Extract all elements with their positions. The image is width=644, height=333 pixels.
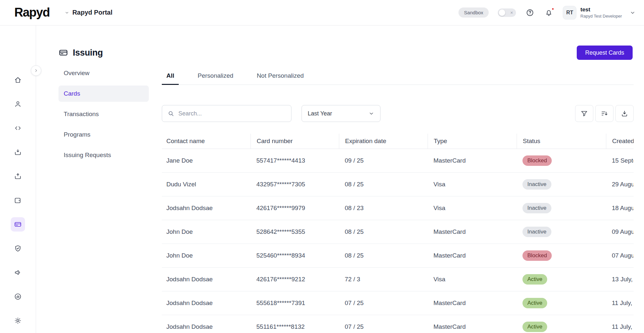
app-shell: Issuing Request Cards OverviewCardsTrans… (0, 25, 644, 333)
cell-expiration-date: 07 / 25 (339, 291, 428, 315)
sidebar-item-clients[interactable] (11, 97, 25, 111)
column-header: Type (428, 134, 517, 149)
sidebar-item-disburse[interactable] (11, 169, 25, 183)
table-row[interactable]: John Doe528642******535508 / 25MasterCar… (162, 220, 634, 244)
table-row[interactable]: Dudu Vizel432957******730508 / 25VisaIna… (162, 173, 634, 196)
status-badge: Active (522, 298, 547, 308)
header-actions: Sandbox ✕ RT test Rapyd Test Developer (458, 6, 636, 20)
sidebar-item-wallet[interactable] (11, 193, 25, 207)
cell-created: 15 Septe (606, 149, 634, 172)
download-button[interactable] (615, 105, 634, 122)
notifications-button[interactable] (544, 8, 554, 18)
download-icon (621, 110, 628, 117)
rapyd-logo: Rapyd (14, 6, 50, 20)
table-row[interactable]: Jane Doe557417******441309 / 25MasterCar… (162, 149, 634, 173)
help-button[interactable] (525, 8, 535, 18)
column-header: Created (606, 134, 634, 149)
sandbox-toggle[interactable]: ✕ (498, 8, 516, 17)
sidebar-item-reports[interactable] (11, 289, 25, 304)
status-badge: Active (522, 322, 547, 332)
table-row[interactable]: Jodsahn Dodsae426176******921272 / 3Visa… (162, 268, 634, 291)
cell-status: Active (517, 268, 606, 291)
sidebar-item-developers[interactable] (11, 121, 25, 135)
sidebar-item-announcements[interactable] (11, 265, 25, 280)
table-row[interactable]: Jodsahn Dodsae426176******997908 / 23Vis… (162, 196, 634, 220)
cell-status: Blocked (517, 244, 606, 267)
sort-button[interactable] (595, 105, 613, 122)
cell-card-number: 426176******9212 (251, 268, 339, 291)
user-role: Rapyd Test Developer (580, 14, 622, 19)
issuing-submenu: OverviewCardsTransactionsProgramsIssuing… (58, 65, 149, 333)
cell-type: MasterCard (428, 149, 517, 172)
toggle-x-icon: ✕ (510, 11, 513, 14)
sidebar-expand-button[interactable] (31, 65, 41, 76)
request-cards-button[interactable]: Request Cards (577, 46, 633, 60)
cell-created: 11 July, (606, 315, 634, 333)
search-box (162, 105, 291, 122)
status-badge: Inactive (522, 227, 551, 237)
sandbox-badge: Sandbox (458, 7, 489, 18)
avatar[interactable]: RT (563, 6, 576, 20)
settings-gear-icon (14, 317, 22, 325)
issuing-menu-issuing-requests[interactable]: Issuing Requests (58, 147, 149, 163)
cell-contact-name: Dudu Vizel (162, 173, 251, 196)
sidebar-item-collect[interactable] (11, 145, 25, 159)
issuing-menu-overview[interactable]: Overview (58, 65, 149, 81)
column-header: Card number (251, 134, 339, 149)
cell-type: MasterCard (428, 315, 517, 333)
date-range-value: Last Year (308, 110, 332, 117)
page-header: Issuing Request Cards (58, 46, 633, 60)
table-row[interactable]: John Doe525460******893408 / 25MasterCar… (162, 244, 634, 268)
issuing-card-icon (58, 48, 68, 58)
reports-icon (14, 293, 22, 300)
chevron-down-icon (630, 10, 636, 16)
cell-created: 07 Augu (606, 244, 634, 267)
issuing-menu-transactions[interactable]: Transactions (58, 106, 149, 122)
date-range-select[interactable]: Last Year (302, 105, 380, 122)
cell-card-number: 525460******8934 (251, 244, 339, 267)
cell-card-number: 551161******8132 (251, 315, 339, 333)
cards-table: Contact nameCard numberExpiration dateTy… (162, 134, 634, 333)
cell-card-number: 557417******4413 (251, 149, 339, 172)
cell-expiration-date: 08 / 23 (339, 196, 428, 220)
chevron-down-icon (65, 10, 69, 15)
sidebar-item-settings[interactable] (11, 313, 25, 328)
filter-button[interactable] (575, 105, 593, 122)
column-header: Contact name (162, 134, 251, 149)
issuing-menu-cards[interactable]: Cards (58, 86, 149, 102)
status-badge: Active (522, 274, 547, 285)
disburse-icon (14, 172, 22, 180)
cell-type: Visa (428, 173, 517, 196)
notification-dot (551, 7, 554, 10)
top-bar: Rapyd Rapyd Portal Sandbox ✕ RT test Rap… (0, 0, 644, 25)
portal-switcher[interactable]: Rapyd Portal (65, 9, 112, 16)
chevron-right-icon (34, 68, 38, 73)
tab-not-personalized[interactable]: Not Personalized (252, 69, 308, 85)
cell-expiration-date: 08 / 25 (339, 220, 428, 244)
sidebar-item-issuing[interactable] (11, 217, 25, 232)
tab-all[interactable]: All (162, 69, 179, 85)
cell-status: Inactive (517, 196, 606, 220)
cell-card-number: 426176******9979 (251, 196, 339, 220)
cell-status: Blocked (517, 149, 606, 172)
wallet-icon (14, 196, 22, 204)
table-row[interactable]: Jodsahn Dodsae555618******739107 / 25Mas… (162, 291, 634, 315)
sidebar-item-compliance[interactable] (11, 241, 25, 256)
column-header: Expiration date (339, 134, 428, 149)
cell-expiration-date: 72 / 3 (339, 268, 428, 291)
main-content: Issuing Request Cards OverviewCardsTrans… (36, 25, 644, 333)
page-title: Issuing (58, 48, 103, 58)
sidebar-item-home[interactable] (11, 73, 25, 87)
issuing-menu-programs[interactable]: Programs (58, 127, 149, 143)
issuing-card-icon (14, 220, 22, 228)
user-menu-button[interactable] (629, 9, 636, 16)
table-row[interactable]: Jodsahn Dodsae551161******813207 / 25Mas… (162, 315, 634, 333)
search-icon (167, 110, 174, 117)
tab-personalized[interactable]: Personalized (193, 69, 238, 85)
cell-contact-name: John Doe (162, 220, 251, 244)
table-tools (575, 105, 634, 122)
status-badge: Blocked (522, 250, 552, 261)
search-input[interactable] (178, 110, 286, 117)
sort-icon (600, 110, 608, 117)
cell-contact-name: Jodsahn Dodsae (162, 268, 251, 291)
